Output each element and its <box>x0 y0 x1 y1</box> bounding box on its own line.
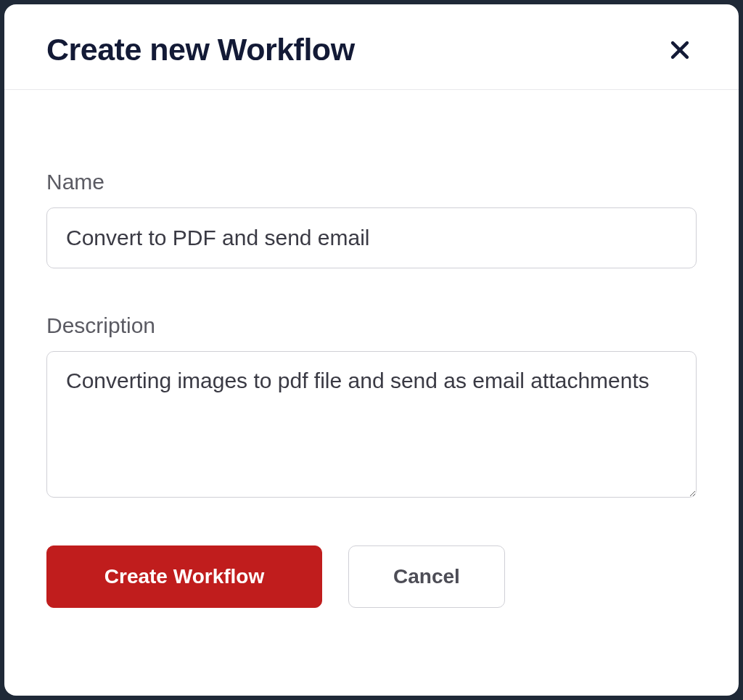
name-label: Name <box>46 170 697 194</box>
button-row: Create Workflow Cancel <box>46 545 697 608</box>
description-label: Description <box>46 313 697 338</box>
modal-body: Name Description Create Workflow Cancel <box>4 90 739 696</box>
description-input[interactable] <box>46 351 697 498</box>
create-workflow-modal: Create new Workflow Name Description Cre… <box>4 4 739 696</box>
name-input[interactable] <box>46 207 697 268</box>
create-workflow-button[interactable]: Create Workflow <box>46 545 322 608</box>
cancel-button[interactable]: Cancel <box>348 545 505 608</box>
description-field-group: Description <box>46 313 697 501</box>
name-field-group: Name <box>46 170 697 268</box>
modal-title: Create new Workflow <box>46 32 355 67</box>
close-button[interactable] <box>663 33 697 67</box>
modal-header: Create new Workflow <box>4 4 739 90</box>
close-icon <box>668 38 692 62</box>
